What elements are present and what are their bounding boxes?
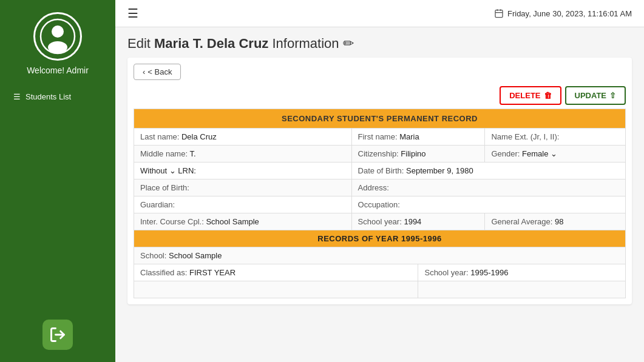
top-bar: ☰ Friday, June 30, 2023, 11:16:01 AM bbox=[115, 0, 644, 27]
table-row bbox=[134, 281, 626, 298]
main-content: ☰ Friday, June 30, 2023, 11:16:01 AM Edi… bbox=[115, 0, 644, 362]
action-buttons: DELETE 🗑 UPDATE ⇧ bbox=[134, 86, 626, 105]
table-row: Classified as: FIRST YEAR School year: 1… bbox=[134, 264, 626, 281]
back-button[interactable]: ‹ < Back bbox=[134, 64, 181, 80]
avatar bbox=[33, 12, 82, 61]
svg-rect-4 bbox=[495, 10, 503, 18]
list-icon: ☰ bbox=[13, 92, 21, 101]
sidebar-welcome: Welcome! Admir bbox=[27, 65, 89, 75]
school-year2-cell: School year: 1995-1996 bbox=[418, 264, 626, 281]
hamburger-icon[interactable]: ☰ bbox=[127, 6, 138, 21]
date-display: Friday, June 30, 2023, 11:16:01 AM bbox=[494, 8, 632, 18]
general-avg-cell: General Average: 98 bbox=[485, 213, 626, 230]
pob-cell: Place of Birth: bbox=[134, 179, 352, 196]
address-cell: Address: bbox=[351, 179, 625, 196]
calendar-icon bbox=[494, 8, 504, 18]
inter-course-cell: Inter. Course Cpl.: School Sample bbox=[134, 213, 352, 230]
table-row: Inter. Course Cpl.: School Sample School… bbox=[134, 213, 626, 230]
records-section-header: RECORDS OF YEAR 1995-1996 bbox=[134, 230, 626, 247]
student-record-table: SECONDARY STUDENT'S PERMANENT RECORD Las… bbox=[134, 109, 626, 298]
table-row: School: School Sample bbox=[134, 247, 626, 264]
lrn-cell: Without ⌄ LRN: bbox=[134, 163, 352, 179]
last-name-cell: Last name: Dela Cruz bbox=[134, 129, 352, 146]
delete-button[interactable]: DELETE 🗑 bbox=[500, 86, 561, 105]
dropdown-icon: ⌄ bbox=[169, 166, 176, 175]
svg-point-2 bbox=[48, 41, 67, 53]
update-button[interactable]: UPDATE ⇧ bbox=[565, 86, 626, 105]
table-row: Last name: Dela Cruz First name: Maria N… bbox=[134, 129, 626, 146]
middle-name-cell: Middle name: T. bbox=[134, 146, 352, 163]
dropdown-icon: ⌄ bbox=[551, 149, 557, 158]
citizenship-cell: Citizenship: Filipino bbox=[351, 146, 485, 163]
content-area: ‹ < Back DELETE 🗑 UPDATE ⇧ SECONDARY STU… bbox=[127, 58, 632, 304]
logout-button[interactable] bbox=[42, 320, 73, 350]
classified-cell: Classified as: FIRST YEAR bbox=[134, 264, 418, 281]
table-row: Guardian: Occupation: bbox=[134, 196, 626, 213]
table-row: Place of Birth: Address: bbox=[134, 179, 626, 196]
school-year-cell: School year: 1994 bbox=[351, 213, 485, 230]
record-section-title: SECONDARY STUDENT'S PERMANENT RECORD bbox=[134, 109, 626, 129]
gender-cell: Gender: Female ⌄ bbox=[485, 146, 626, 163]
upload-icon: ⇧ bbox=[609, 91, 616, 100]
chevron-left-icon: ‹ bbox=[143, 67, 145, 76]
trash-icon: 🗑 bbox=[544, 91, 552, 100]
guardian-cell: Guardian: bbox=[134, 196, 352, 213]
sidebar: Welcome! Admir ☰ Students List bbox=[0, 0, 115, 362]
sidebar-nav: ☰ Students List bbox=[0, 87, 115, 106]
table-row: Without ⌄ LRN: Date of Birth: September … bbox=[134, 163, 626, 179]
name-ext-cell: Name Ext. (Jr, I, II): bbox=[485, 129, 626, 146]
page-title: Edit Maria T. Dela Cruz Information ✏ bbox=[115, 27, 644, 58]
date-text: Friday, June 30, 2023, 11:16:01 AM bbox=[507, 9, 632, 18]
occupation-cell: Occupation: bbox=[351, 196, 625, 213]
first-name-cell: First name: Maria bbox=[351, 129, 485, 146]
svg-point-1 bbox=[52, 25, 64, 38]
dob-cell: Date of Birth: September 9, 1980 bbox=[351, 163, 625, 179]
sidebar-item-students-list[interactable]: ☰ Students List bbox=[6, 87, 109, 106]
table-row: Middle name: T. Citizenship: Filipino Ge… bbox=[134, 146, 626, 163]
school-cell: School: School Sample bbox=[134, 247, 626, 264]
